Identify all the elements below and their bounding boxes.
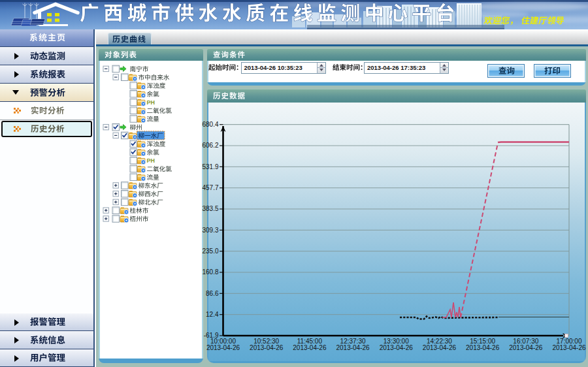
svg-text:2013-04-26: 2013-04-26 (509, 344, 543, 351)
svg-text:457.7: 457.7 (202, 184, 218, 191)
svg-text:PH: PH (147, 157, 155, 164)
svg-text:2013-04-26: 2013-04-26 (250, 344, 284, 351)
svg-text:309.3: 309.3 (202, 227, 218, 234)
svg-text:680.4: 680.4 (202, 121, 218, 128)
svg-text:2013-04-26: 2013-04-26 (423, 344, 457, 351)
svg-text:2013-04-26: 2013-04-26 (206, 344, 240, 351)
svg-text:235.0: 235.0 (202, 247, 218, 255)
svg-text:2013-04-26: 2013-04-26 (466, 344, 500, 351)
svg-text:2013-04-26: 2013-04-26 (380, 344, 414, 351)
svg-text:606.2: 606.2 (202, 142, 218, 149)
svg-text:12.4: 12.4 (206, 311, 219, 318)
svg-text:PH: PH (147, 99, 155, 106)
svg-text:531.9: 531.9 (202, 163, 218, 170)
svg-text:160.8: 160.8 (202, 268, 218, 276)
svg-text:86.6: 86.6 (206, 290, 219, 297)
svg-text:2013-04-26: 2013-04-26 (293, 344, 327, 351)
svg-text:383.5: 383.5 (202, 205, 218, 212)
svg-text:2013-04-26: 2013-04-26 (336, 344, 370, 351)
svg-text:2013-04-26: 2013-04-26 (552, 344, 586, 351)
